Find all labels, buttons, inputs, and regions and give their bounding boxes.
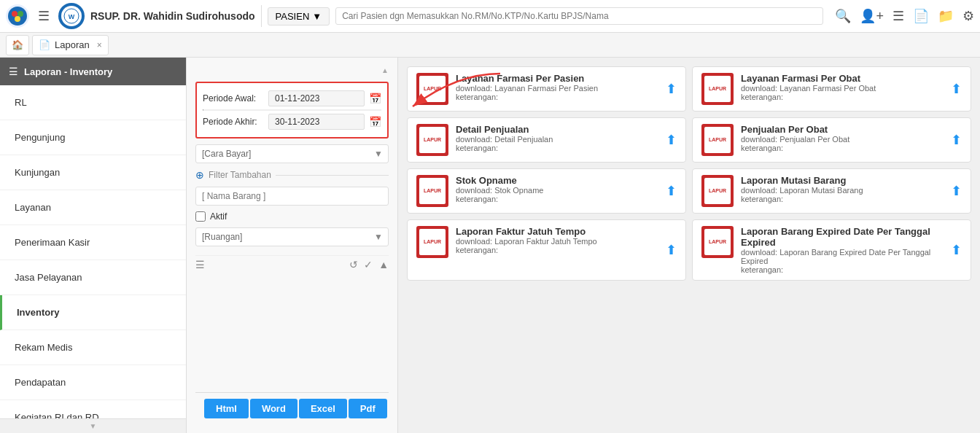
card-download-7: download: Laporan Faktur Jatuh Tempo <box>456 237 658 246</box>
card-layanan-farmasi-per-pasien: LAPUR Layanan Farmasi Per Pasien downloa… <box>407 66 686 112</box>
card-keterangan-7: keterangan: <box>456 246 658 254</box>
nama-barang-input[interactable] <box>195 187 389 206</box>
check-icon[interactable]: ✓ <box>364 259 373 270</box>
download-icon-4[interactable]: ⬆ <box>951 132 962 148</box>
card-icon-1: LAPUR <box>416 73 448 105</box>
sidebar-header: ☰ Laporan - Inventory <box>0 58 186 85</box>
settings-icon[interactable]: ⚙ <box>962 8 974 24</box>
download-icon-3[interactable]: ⬆ <box>666 132 677 148</box>
up-icon[interactable]: ▲ <box>378 259 389 270</box>
sidebar-item-penerimaan-kasir[interactable]: Penerimaan Kasir <box>0 225 186 260</box>
pdf-button[interactable]: Pdf <box>349 399 387 418</box>
right-panel: LAPUR Layanan Farmasi Per Pasien downloa… <box>398 58 980 433</box>
download-icon-5[interactable]: ⬆ <box>666 183 677 199</box>
search-bar[interactable] <box>335 7 823 25</box>
periode-box: Periode Awal: 01-11-2023 📅 Periode Akhir… <box>195 82 389 139</box>
sidebar-item-layanan[interactable]: Layanan <box>0 190 186 225</box>
home-tab[interactable]: 🏠 <box>6 35 29 55</box>
user-add-icon[interactable]: 👤+ <box>860 8 884 24</box>
left-panel: ▲ Periode Awal: 01-11-2023 📅 Periode Akh… <box>187 58 398 433</box>
list-toolbar-icon[interactable]: ☰ <box>195 259 205 270</box>
svg-point-2 <box>18 11 23 17</box>
sidebar-scroll: ▼ <box>0 418 186 433</box>
tab-close-icon[interactable]: × <box>97 40 102 50</box>
card-title-8: Laporan Barang Expired Date Per Tanggal … <box>741 226 944 248</box>
card-title-5: Stok Opname <box>456 175 658 186</box>
card-title-7: Laporan Faktur Jatuh Tempo <box>456 226 658 237</box>
menu-icon[interactable]: ☰ <box>35 5 52 27</box>
sidebar: ☰ Laporan - Inventory RL Pengunjung Kunj… <box>0 58 187 433</box>
hospital-name: RSUP. DR. Wahidin Sudirohusodo <box>90 10 255 22</box>
action-buttons: Html Word Excel Pdf <box>195 392 389 424</box>
card-icon-8: LAPUR <box>701 226 734 258</box>
sidebar-item-pendapatan[interactable]: Pendapatan <box>0 365 186 400</box>
sidebar-menu-icon: ☰ <box>9 66 18 77</box>
card-download-8: download: Laporan Barang Expired Date Pe… <box>741 248 944 265</box>
pasien-label: PASIEN <box>276 11 310 22</box>
sidebar-items: RL Pengunjung Kunjungan Layanan Penerima… <box>0 85 186 418</box>
svg-text:W: W <box>69 13 75 20</box>
card-icon-3: LAPUR <box>416 124 448 156</box>
search-icon[interactable]: 🔍 <box>835 8 851 24</box>
card-laporan-mutasi-barang: LAPUR Laporan Mutasi Barang download: La… <box>692 168 971 214</box>
periode-awal-value[interactable]: 01-11-2023 <box>268 90 365 106</box>
card-icon-5: LAPUR <box>416 175 448 207</box>
aktif-checkbox[interactable] <box>195 211 206 222</box>
sidebar-item-rekam-medis[interactable]: Rekam Medis <box>0 330 186 365</box>
html-button[interactable]: Html <box>204 399 249 418</box>
filter-plus-icon[interactable]: ⊕ <box>195 169 204 181</box>
excel-button[interactable]: Excel <box>299 399 347 418</box>
calendar-awal-icon[interactable]: 📅 <box>369 93 381 104</box>
download-icon-2[interactable]: ⬆ <box>951 81 962 97</box>
card-download-4: download: Penjualan Per Obat <box>741 135 944 144</box>
periode-awal-label: Periode Awal: <box>203 93 268 104</box>
card-title-6: Laporan Mutasi Barang <box>741 175 944 186</box>
card-laporan-faktur-jatuh-tempo: LAPUR Laporan Faktur Jatuh Tempo downloa… <box>407 219 686 281</box>
download-icon-7[interactable]: ⬆ <box>666 242 677 258</box>
card-download-2: download: Layanan Farmasi Per Obat <box>741 84 944 93</box>
word-button[interactable]: Word <box>250 399 298 418</box>
download-icon-1[interactable]: ⬆ <box>666 81 677 97</box>
laporan-tab[interactable]: 📄 Laporan × <box>32 35 109 55</box>
card-keterangan-6: keterangan: <box>741 195 944 203</box>
cara-bayar-wrap: [Cara Bayar] ▼ <box>195 144 389 163</box>
search-input[interactable] <box>342 11 817 21</box>
app-logo <box>6 4 29 28</box>
sidebar-item-inventory[interactable]: Inventory <box>0 295 186 330</box>
filter-tambahan-label: Filter Tambahan <box>209 170 271 180</box>
periode-akhir-label: Periode Akhir: <box>203 117 268 127</box>
ruangan-wrap: [Ruangan] ▼ <box>195 227 389 246</box>
download-icon-6[interactable]: ⬆ <box>951 183 962 199</box>
main-layout: ☰ Laporan - Inventory RL Pengunjung Kunj… <box>0 58 980 433</box>
divider <box>261 5 262 27</box>
document-icon[interactable]: 📄 <box>913 8 929 24</box>
scroll-up-icon[interactable]: ▲ <box>381 66 389 74</box>
hospital-logo: W <box>58 3 85 29</box>
sidebar-item-pengunjung[interactable]: Pengunjung <box>0 120 186 155</box>
pasien-arrow-icon: ▼ <box>312 11 322 22</box>
reset-icon[interactable]: ↺ <box>349 259 358 270</box>
tabbar: 🏠 📄 Laporan × <box>0 33 980 58</box>
list-icon[interactable]: ☰ <box>892 8 904 24</box>
sidebar-item-kegiatan-ri-rd[interactable]: Kegiatan RI dan RD <box>0 400 186 418</box>
periode-akhir-row: Periode Akhir: 30-11-2023 📅 <box>203 111 381 133</box>
card-keterangan-8: keterangan: <box>741 265 944 274</box>
aktif-label: Aktif <box>210 211 227 222</box>
calendar-akhir-icon[interactable]: 📅 <box>369 116 381 128</box>
ruangan-select[interactable]: [Ruangan] <box>195 227 389 246</box>
cara-bayar-select[interactable]: [Cara Bayar] <box>195 144 389 163</box>
aktif-checkbox-row: Aktif <box>195 211 389 222</box>
card-title-3: Detail Penjualan <box>456 124 658 135</box>
periode-akhir-value[interactable]: 30-11-2023 <box>268 114 365 130</box>
pasien-selector[interactable]: PASIEN ▼ <box>268 7 330 26</box>
cards-grid: LAPUR Layanan Farmasi Per Pasien downloa… <box>407 66 971 281</box>
tab-document-icon: 📄 <box>39 39 50 50</box>
folder-icon[interactable]: 📁 <box>938 8 954 24</box>
sidebar-item-kunjungan[interactable]: Kunjungan <box>0 155 186 190</box>
sidebar-item-jasa-pelayanan[interactable]: Jasa Pelayanan <box>0 260 186 295</box>
tab-label: Laporan <box>55 39 90 50</box>
card-stok-opname: LAPUR Stok Opname download: Stok Opname … <box>407 168 686 214</box>
sidebar-title: Laporan - Inventory <box>24 66 112 77</box>
download-icon-8[interactable]: ⬆ <box>951 242 962 258</box>
sidebar-item-rl[interactable]: RL <box>0 85 186 120</box>
